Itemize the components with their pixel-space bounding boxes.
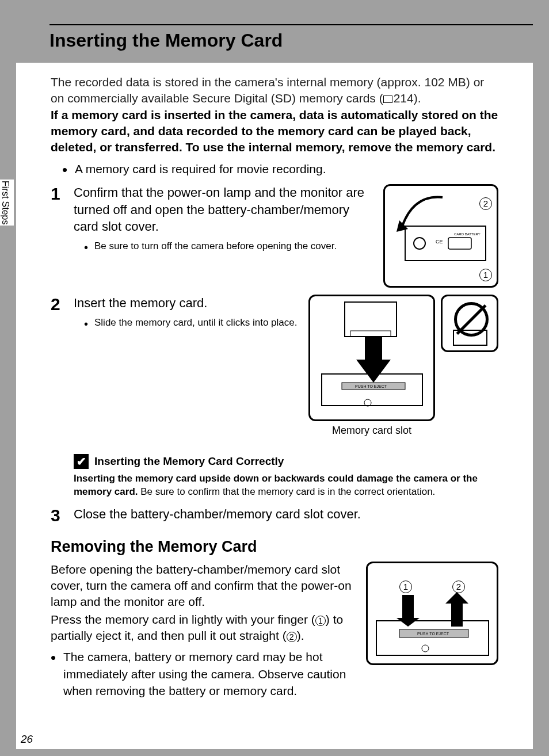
step-1: 1 Confirm that the power-on lamp and the…: [51, 184, 498, 288]
note-title: Inserting the Memory Card Correctly: [94, 455, 284, 468]
step-1-title: Confirm that the power-on lamp and the m…: [74, 184, 373, 235]
note-body: Inserting the memory card upside down or…: [74, 472, 498, 499]
intro-paragraph: The recorded data is stored in the camer…: [51, 74, 498, 107]
caution-icon: ✔: [74, 454, 89, 469]
step-number: 2: [51, 296, 74, 313]
section-tab-label: First Steps: [0, 180, 14, 226]
svg-rect-1: [405, 226, 486, 261]
svg-point-3: [414, 238, 425, 249]
intro-bold: If a memory card is inserted in the came…: [51, 107, 498, 156]
removing-p1: Before opening the battery-chamber/memor…: [51, 562, 356, 610]
svg-marker-7: [356, 337, 391, 383]
svg-marker-11: [396, 595, 420, 627]
svg-text:CE: CE: [436, 239, 443, 245]
inline-callout-2: 2: [287, 632, 297, 642]
svg-rect-13: [376, 621, 489, 655]
step-number: 1: [51, 185, 74, 203]
step-2-title: Insert the memory card.: [74, 295, 298, 312]
svg-rect-6: [350, 331, 391, 337]
figure-battery-cover-open: 2 1 CARD BATTERY CE: [383, 184, 498, 288]
figure-remove-card: 1 2 PUSH TO EJECT: [366, 562, 498, 665]
fig-label-push-eject: PUSH TO EJECT: [355, 384, 387, 388]
fig-label-push-eject: PUSH TO EJECT: [417, 632, 449, 636]
step-1-sub: Be sure to turn off the camera before op…: [84, 240, 373, 253]
title-band: Inserting the Memory Card: [0, 7, 533, 63]
page-number: 26: [21, 733, 33, 746]
page-content: The recorded data is stored in the camer…: [16, 63, 533, 705]
note-rest-text: Be sure to confirm that the memory card …: [138, 486, 436, 497]
removing-section: Before opening the battery-chamber/memor…: [51, 562, 498, 705]
svg-rect-2: [448, 238, 471, 249]
removing-bullet: The camera, battery or memory card may b…: [51, 648, 356, 699]
step-number: 3: [51, 507, 74, 524]
figure-insert-card: PUSH TO EJECT: [308, 295, 435, 421]
inline-callout-1: 1: [315, 616, 326, 626]
step-3: 3 Close the battery-chamber/memory card …: [51, 506, 498, 528]
fig-label-card-battery: CARD BATTERY: [454, 232, 481, 236]
svg-rect-5: [345, 302, 396, 337]
step-2: 2 Insert the memory card. Slide the memo…: [51, 295, 498, 437]
intro-bullet-list: A memory card is required for movie reco…: [62, 161, 498, 177]
page-title: Inserting the Memory Card: [49, 30, 533, 51]
step-2-sub: Slide the memory card, until it clicks i…: [84, 316, 298, 330]
intro-bullet-item: A memory card is required for movie reco…: [62, 161, 498, 177]
step-3-title: Close the battery-chamber/memory card sl…: [74, 506, 498, 523]
figure-caption-memory-slot: Memory card slot: [308, 425, 435, 437]
note-block: ✔ Inserting the Memory Card Correctly In…: [74, 454, 498, 499]
page-ref-icon: [383, 96, 392, 103]
removing-p2: Press the memory card in lightly with yo…: [51, 612, 356, 644]
removing-heading: Removing the Memory Card: [51, 538, 498, 556]
manual-page: First Steps Inserting the Memory Card Th…: [16, 7, 533, 749]
intro-page-ref: 214).: [394, 91, 421, 105]
figure-wrong-orientation: [441, 295, 498, 352]
svg-point-15: [422, 645, 429, 652]
